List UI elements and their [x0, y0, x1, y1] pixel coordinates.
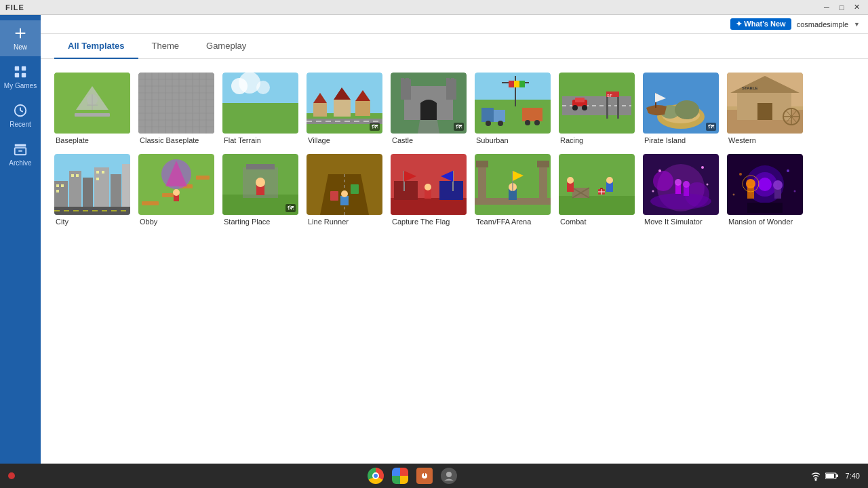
svg-point-193	[758, 178, 772, 191]
svg-point-170	[567, 177, 574, 184]
template-suburban[interactable]: Suburban	[475, 73, 551, 146]
templates-area: Baseplate	[41, 59, 868, 464]
play-store-taskbar-icon[interactable]	[392, 468, 408, 484]
sidebar-new-label: New	[14, 43, 27, 51]
sidebar-item-recent[interactable]: Recent	[0, 98, 41, 134]
close-button[interactable]: ✕	[850, 3, 863, 12]
svg-point-84	[572, 105, 578, 110]
line-runner-svg	[307, 154, 382, 215]
svg-line-8	[20, 110, 23, 112]
sidebar-recent-label: Recent	[9, 121, 31, 128]
app3-taskbar-icon[interactable]	[416, 468, 433, 484]
pirate-badge: 🗺	[706, 123, 716, 131]
template-city-thumb	[54, 154, 130, 215]
template-baseplate[interactable]: Baseplate	[54, 73, 130, 146]
wifi-icon	[810, 470, 821, 481]
svg-rect-4	[15, 73, 19, 77]
svg-point-201	[787, 169, 789, 172]
svg-rect-112	[56, 184, 59, 187]
template-village[interactable]: 🗺 Village	[307, 73, 382, 146]
template-pirate-island-label: Pirate Island	[643, 134, 719, 146]
template-village-thumb: 🗺	[307, 73, 382, 134]
svg-point-203	[794, 190, 796, 192]
template-line-runner-label: Line Runner	[307, 215, 382, 227]
templates-grid: Baseplate	[54, 73, 854, 227]
svg-point-208	[814, 479, 816, 481]
template-move-it-simulator[interactable]: Move It Simulator	[643, 154, 719, 227]
starting-place-badge: 🗺	[285, 204, 296, 212]
template-capture-the-flag[interactable]: Capture The Flag	[391, 154, 467, 227]
taskbar-indicator	[8, 472, 15, 479]
template-western[interactable]: STABLE Western	[727, 73, 803, 146]
template-combat-thumb	[559, 154, 635, 215]
template-classic-baseplate-thumb	[138, 73, 214, 134]
template-racing[interactable]: S/F Racing	[559, 73, 635, 146]
obby-svg	[138, 154, 214, 215]
svg-rect-38	[222, 103, 298, 134]
maximize-button[interactable]: □	[835, 3, 848, 12]
svg-rect-59	[446, 78, 450, 82]
template-flat-terrain[interactable]: Flat Terrain	[222, 73, 298, 146]
template-city[interactable]: City	[54, 154, 130, 227]
sidebar-item-my-games[interactable]: My Games	[0, 59, 41, 95]
template-combat[interactable]: Combat	[559, 154, 635, 227]
sidebar-item-new[interactable]: New	[0, 20, 41, 56]
classic-baseplate-svg	[138, 73, 214, 134]
svg-rect-69	[481, 108, 494, 122]
svg-rect-58	[406, 78, 409, 82]
svg-point-195	[746, 179, 755, 188]
app4-taskbar-icon[interactable]	[441, 468, 457, 484]
svg-point-70	[486, 121, 491, 126]
svg-point-183	[675, 179, 682, 186]
svg-point-181	[650, 193, 711, 209]
mansion-svg	[727, 154, 803, 215]
svg-text:STABLE: STABLE	[742, 86, 758, 90]
svg-rect-60	[451, 78, 454, 82]
tab-all-templates[interactable]: All Templates	[54, 34, 138, 59]
racing-svg: S/F	[559, 73, 635, 134]
template-obby-thumb	[138, 154, 214, 215]
svg-point-198	[773, 180, 783, 190]
template-castle-thumb: 🗺	[391, 73, 467, 134]
sidebar-item-archive[interactable]: Archive	[0, 136, 41, 172]
castle-badge: 🗺	[454, 123, 464, 131]
svg-point-74	[534, 120, 540, 125]
template-suburban-thumb	[475, 73, 551, 134]
tab-gameplay[interactable]: Gameplay	[193, 34, 260, 59]
template-line-runner[interactable]: Line Runner	[307, 154, 382, 227]
svg-point-73	[525, 120, 530, 125]
template-team-ffa-arena[interactable]: Team/FFA Arena	[475, 154, 551, 227]
svg-rect-66	[514, 81, 519, 87]
svg-rect-141	[351, 184, 359, 194]
tab-theme[interactable]: Theme	[138, 34, 193, 59]
template-pirate-island[interactable]: 🗺 Pirate Island	[643, 73, 719, 146]
template-classic-baseplate[interactable]: Classic Baseplate	[138, 73, 214, 146]
whats-new-button[interactable]: ✦ What's New	[730, 18, 791, 30]
svg-point-143	[341, 190, 348, 197]
template-starting-place[interactable]: 🗺 Starting Place	[222, 154, 298, 227]
svg-rect-126	[196, 176, 210, 180]
username-label[interactable]: cosmadesimple	[797, 20, 848, 28]
taskbar-center	[368, 468, 457, 484]
template-city-label: City	[54, 215, 130, 227]
template-starting-place-label: Starting Place	[222, 215, 298, 227]
template-mansion-label: Mansion of Wonder	[727, 215, 803, 227]
template-racing-label: Racing	[559, 134, 635, 146]
window-controls: ─ □ ✕	[821, 3, 863, 12]
svg-rect-98	[757, 103, 772, 120]
svg-point-153	[425, 184, 431, 190]
chrome-taskbar-icon[interactable]	[368, 468, 384, 484]
user-dropdown-arrow[interactable]: ▼	[854, 21, 860, 28]
template-mansion-of-wonder[interactable]: Mansion of Wonder	[727, 154, 803, 227]
minimize-button[interactable]: ─	[821, 3, 833, 12]
template-castle[interactable]: 🗺 Castle	[391, 73, 467, 146]
combat-svg	[559, 154, 635, 215]
svg-rect-57	[401, 78, 404, 82]
template-team-ffa-arena-label: Team/FFA Arena	[475, 215, 551, 227]
sidebar: New My Games Recent Archive	[0, 15, 41, 464]
svg-rect-152	[425, 189, 431, 199]
template-capture-the-flag-thumb	[391, 154, 467, 215]
template-obby[interactable]: Obby	[138, 154, 214, 227]
svg-rect-182	[675, 184, 681, 194]
template-team-ffa-thumb	[475, 154, 551, 215]
